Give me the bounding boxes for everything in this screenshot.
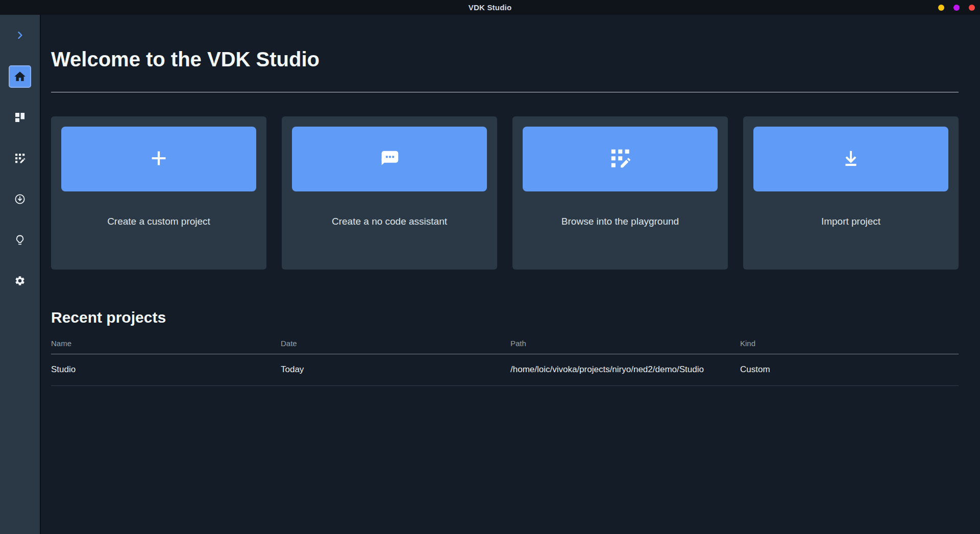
chat-ellipsis-icon	[378, 147, 401, 172]
grid-edit-icon	[14, 152, 26, 164]
table-row[interactable]: Studio Today /home/loic/vivoka/projects/…	[51, 354, 959, 386]
recent-projects-table: Name Date Path Kind Studio Today /home/l…	[51, 339, 959, 386]
card-banner	[292, 127, 487, 191]
card-banner	[523, 127, 718, 191]
project-date-cell: Today	[281, 354, 510, 385]
main-content: Welcome to the VDK Studio Create a custo…	[41, 15, 980, 534]
recent-projects-title: Recent projects	[51, 308, 959, 327]
project-name-cell: Studio	[51, 354, 281, 385]
card-label: Browse into the playground	[523, 216, 718, 227]
grid-edit-icon	[608, 147, 632, 172]
card-banner	[61, 127, 256, 191]
create-no-code-assistant-card[interactable]: Create a no code assistant	[282, 116, 497, 270]
column-header-name: Name	[51, 339, 281, 348]
card-banner	[753, 127, 948, 191]
sidebar-item-dashboard[interactable]	[0, 97, 40, 138]
close-dot[interactable]	[969, 5, 975, 11]
table-header-row: Name Date Path Kind	[51, 339, 959, 354]
browse-playground-card[interactable]: Browse into the playground	[512, 116, 728, 270]
app-window: Welcome to the VDK Studio Create a custo…	[0, 15, 980, 534]
sidebar-nav	[0, 56, 40, 301]
action-cards: Create a custom project Create a no	[51, 116, 959, 270]
card-label: Import project	[753, 216, 948, 227]
sidebar-item-projects[interactable]	[0, 138, 40, 179]
download-circle-icon	[14, 193, 26, 205]
minimize-dot[interactable]	[938, 5, 944, 11]
column-header-path: Path	[510, 339, 740, 348]
sidebar-item-settings[interactable]	[0, 260, 40, 301]
sidebar-item-import[interactable]	[0, 179, 40, 220]
window-controls	[938, 0, 975, 15]
card-label: Create a custom project	[61, 216, 256, 227]
sidebar-item-home[interactable]	[0, 56, 40, 97]
create-custom-project-card[interactable]: Create a custom project	[51, 116, 266, 270]
maximize-dot[interactable]	[953, 5, 960, 11]
title-divider	[51, 92, 959, 92]
sidebar-expand-button[interactable]	[11, 27, 29, 45]
project-path-cell: /home/loic/vivoka/projects/niryo/ned2/de…	[510, 354, 740, 385]
sidebar-item-tips[interactable]	[0, 220, 40, 260]
card-label: Create a no code assistant	[292, 216, 487, 227]
window-title: VDK Studio	[469, 3, 512, 12]
plus-icon	[147, 147, 170, 172]
page-title: Welcome to the VDK Studio	[51, 47, 959, 71]
titlebar: VDK Studio	[0, 0, 980, 15]
column-header-date: Date	[281, 339, 510, 348]
column-header-kind: Kind	[740, 339, 959, 348]
sidebar	[0, 15, 41, 534]
chevron-right-icon	[15, 30, 25, 42]
download-icon	[839, 147, 863, 172]
project-kind-cell: Custom	[740, 354, 959, 385]
dashboard-icon	[14, 111, 26, 124]
lightbulb-icon	[14, 234, 26, 246]
import-project-card[interactable]: Import project	[743, 116, 959, 270]
settings-gear-icon	[14, 275, 26, 286]
home-icon	[9, 65, 31, 88]
